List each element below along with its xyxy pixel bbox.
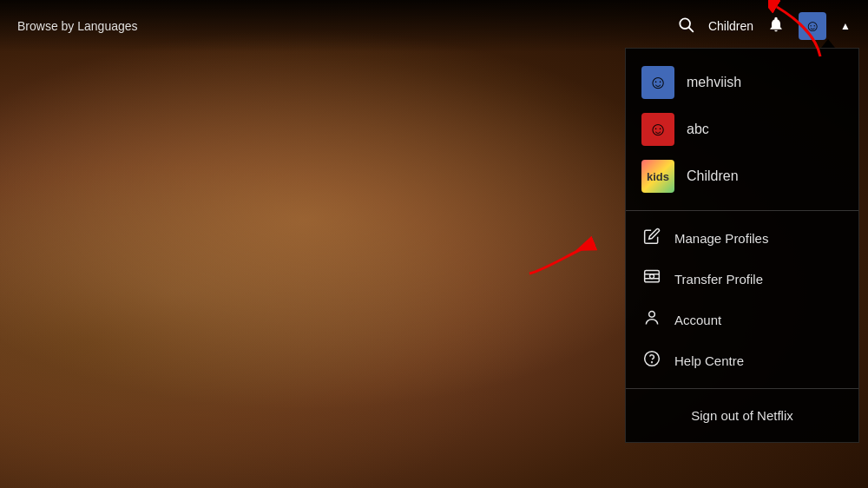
manage-profiles-label: Manage Profiles: [674, 231, 768, 246]
browse-by-languages-link[interactable]: Browse by Languages: [17, 19, 138, 33]
dropdown-arrow-indicator: [821, 39, 835, 48]
children-avatar-icon: kids: [647, 170, 669, 183]
svg-point-5: [645, 352, 660, 366]
navbar-right: Children ☺ ▲: [677, 12, 851, 40]
header-avatar-icon: ☺: [805, 17, 820, 36]
transfer-profile-label: Transfer Profile: [674, 272, 763, 287]
profile-name-mehviish: mehviish: [687, 75, 741, 90]
search-icon[interactable]: [677, 16, 694, 37]
notifications-icon[interactable]: [767, 16, 785, 37]
mehviish-avatar-icon: ☺: [648, 71, 667, 94]
profile-list-section: ☺ mehviish ☺ abc kids Children: [626, 49, 858, 211]
profile-menu-chevron[interactable]: ▲: [840, 20, 851, 32]
header-profile-name: Children: [708, 19, 753, 33]
svg-point-4: [649, 312, 655, 318]
help-centre-label: Help Centre: [674, 353, 744, 368]
transfer-profile-item[interactable]: Transfer Profile: [626, 259, 858, 300]
profile-avatar-mehviish: ☺: [641, 66, 674, 99]
profile-name-abc: abc: [687, 122, 709, 137]
transfer-profile-icon: [641, 268, 662, 290]
svg-point-6: [652, 362, 653, 363]
profile-item-abc[interactable]: ☺ abc: [626, 106, 858, 153]
menu-items-section: Manage Profiles Transfer Profile Acco: [626, 211, 858, 389]
account-item[interactable]: Account: [626, 300, 858, 340]
manage-profiles-icon: [641, 228, 662, 249]
signout-button[interactable]: Sign out of Netflix: [641, 401, 843, 430]
profile-name-children: Children: [687, 168, 739, 184]
svg-rect-2: [645, 271, 660, 282]
profile-avatar-abc: ☺: [641, 113, 674, 146]
manage-profiles-item[interactable]: Manage Profiles: [626, 218, 858, 259]
svg-line-1: [689, 27, 694, 31]
abc-avatar-icon: ☺: [648, 118, 667, 141]
profile-avatar-children: kids: [641, 160, 674, 193]
profile-item-mehviish[interactable]: ☺ mehviish: [626, 59, 858, 106]
help-centre-item[interactable]: Help Centre: [626, 340, 858, 381]
navbar: Browse by Languages Children ☺ ▲: [0, 0, 868, 52]
profile-dropdown-menu: ☺ mehviish ☺ abc kids Children: [625, 48, 859, 443]
navbar-left: Browse by Languages: [17, 19, 138, 33]
signout-section: Sign out of Netflix: [626, 389, 858, 442]
account-label: Account: [674, 313, 721, 327]
header-profile-avatar[interactable]: ☺: [799, 12, 826, 40]
account-icon: [641, 309, 662, 331]
profile-item-children[interactable]: kids Children: [626, 153, 858, 200]
help-centre-icon: [641, 350, 662, 372]
